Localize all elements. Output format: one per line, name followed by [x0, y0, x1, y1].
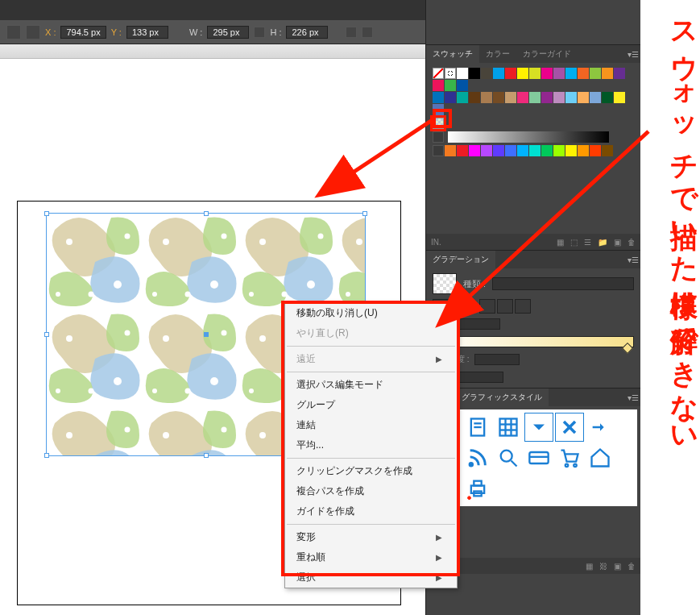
- y-field[interactable]: 133 px: [126, 26, 168, 39]
- swatch[interactable]: [445, 92, 456, 103]
- swatch[interactable]: [517, 92, 528, 103]
- swatch-view-icon[interactable]: ⬚: [570, 238, 578, 247]
- swatch[interactable]: [445, 80, 456, 91]
- swatch[interactable]: [602, 68, 613, 79]
- swatch[interactable]: [493, 92, 504, 103]
- swatch-options-icon[interactable]: ☰: [584, 238, 591, 247]
- swatch[interactable]: [505, 145, 516, 156]
- opacity-field[interactable]: [474, 354, 520, 365]
- swatch[interactable]: [433, 92, 444, 103]
- swatch[interactable]: [602, 145, 613, 156]
- sym-doc-icon[interactable]: [463, 413, 492, 442]
- h-field[interactable]: 226 px: [286, 26, 328, 39]
- handle-tl[interactable]: [44, 211, 49, 216]
- menu-transform[interactable]: 変形▶: [285, 527, 457, 547]
- menu-group[interactable]: グループ: [285, 395, 457, 415]
- grad-reverse-btn[interactable]: [515, 299, 531, 314]
- gs-break-icon[interactable]: ⛓: [599, 562, 607, 571]
- panel-menu-icon[interactable]: ▾☰: [626, 50, 640, 59]
- swatch[interactable]: [565, 92, 577, 103]
- w-field[interactable]: 295 px: [207, 26, 249, 39]
- menu-average[interactable]: 平均...: [285, 435, 457, 455]
- anchor-grid-icon[interactable]: [26, 25, 40, 39]
- menu-select[interactable]: 選択▶: [285, 567, 457, 588]
- swatch[interactable]: [505, 92, 516, 103]
- swatch[interactable]: [529, 68, 541, 79]
- swatch[interactable]: [590, 145, 601, 156]
- swatch-group-icon[interactable]: [433, 145, 444, 156]
- shear-icon[interactable]: [346, 27, 357, 38]
- swatch-registration[interactable]: [445, 68, 456, 79]
- swatch[interactable]: [541, 68, 553, 79]
- swatch[interactable]: [517, 68, 528, 79]
- sym-print-plus-icon[interactable]: [463, 474, 492, 503]
- gradient-preview[interactable]: [433, 273, 457, 294]
- swatch[interactable]: [493, 68, 504, 79]
- tab-gradient[interactable]: グラデーション: [426, 251, 495, 268]
- swatch[interactable]: [553, 92, 565, 103]
- swatch[interactable]: [481, 92, 492, 103]
- swatch[interactable]: [529, 145, 541, 156]
- panel-menu-icon[interactable]: ▾☰: [626, 256, 640, 264]
- swatch[interactable]: [469, 68, 480, 79]
- handle-tc[interactable]: [204, 211, 209, 216]
- swatch[interactable]: [457, 92, 468, 103]
- tab-color[interactable]: カラー: [479, 45, 516, 63]
- swatch[interactable]: [493, 145, 504, 156]
- swatch[interactable]: [541, 92, 553, 103]
- handle-center[interactable]: [204, 332, 209, 337]
- sym-rss-icon[interactable]: [463, 443, 492, 472]
- menu-undo[interactable]: 移動の取り消し(U): [285, 303, 457, 323]
- sym-search-icon[interactable]: [494, 443, 523, 472]
- handle-tr[interactable]: [362, 211, 367, 216]
- swatch[interactable]: [469, 92, 480, 103]
- sym-card-icon[interactable]: [524, 443, 553, 472]
- swatch[interactable]: [541, 145, 553, 156]
- swatch[interactable]: [433, 80, 444, 91]
- new-group-icon[interactable]: 📁: [598, 238, 607, 247]
- link-wh-icon[interactable]: [254, 27, 265, 38]
- menu-join[interactable]: 連結: [285, 415, 457, 435]
- swatch[interactable]: [481, 145, 492, 156]
- handle-ml[interactable]: [44, 332, 49, 337]
- swatch[interactable]: [517, 145, 528, 156]
- swatch[interactable]: [565, 68, 577, 79]
- swatch[interactable]: [553, 68, 565, 79]
- sym-arrow-icon[interactable]: [586, 413, 615, 442]
- swatch[interactable]: [553, 145, 565, 156]
- swatch[interactable]: [578, 145, 589, 156]
- swatch[interactable]: [457, 145, 468, 156]
- delete-swatch-icon[interactable]: 🗑: [628, 238, 636, 247]
- swatch-none[interactable]: [433, 68, 444, 79]
- swatch[interactable]: [457, 68, 468, 79]
- swatch-lib-icon[interactable]: ▦: [557, 238, 564, 247]
- menu-clip[interactable]: クリッピングマスクを作成: [285, 461, 457, 481]
- menu-compound[interactable]: 複合パスを作成: [285, 481, 457, 501]
- swatch[interactable]: [565, 145, 577, 156]
- sym-close-icon[interactable]: [555, 413, 584, 442]
- new-swatch-icon[interactable]: ▣: [614, 238, 621, 247]
- grad-radial-btn[interactable]: [497, 299, 513, 314]
- panel-menu-icon[interactable]: ▾☰: [626, 393, 640, 402]
- gradient-type-select[interactable]: [492, 277, 634, 290]
- swatch[interactable]: [578, 92, 589, 103]
- swatch[interactable]: [481, 68, 492, 79]
- swatch[interactable]: [433, 104, 444, 115]
- menu-guides[interactable]: ガイドを作成: [285, 501, 457, 522]
- sym-cart-icon[interactable]: [555, 443, 584, 472]
- swatch[interactable]: [614, 92, 625, 103]
- swatch-group-icon[interactable]: [433, 131, 444, 143]
- handle-bc[interactable]: [204, 453, 209, 458]
- grad-linear-btn[interactable]: [479, 299, 495, 314]
- swatch[interactable]: [457, 80, 468, 91]
- gradient-ramp[interactable]: [433, 336, 634, 347]
- tab-swatches[interactable]: スウォッチ: [426, 45, 479, 63]
- grayscale-ramp[interactable]: [448, 131, 609, 143]
- swatch[interactable]: [614, 68, 625, 79]
- menu-arrange[interactable]: 重ね順▶: [285, 547, 457, 567]
- sym-dropdown-icon[interactable]: [524, 413, 553, 442]
- swatch[interactable]: [445, 145, 456, 156]
- tab-color-guide[interactable]: カラーガイド: [516, 45, 578, 63]
- align-icon[interactable]: [362, 27, 373, 38]
- swatch[interactable]: [590, 68, 601, 79]
